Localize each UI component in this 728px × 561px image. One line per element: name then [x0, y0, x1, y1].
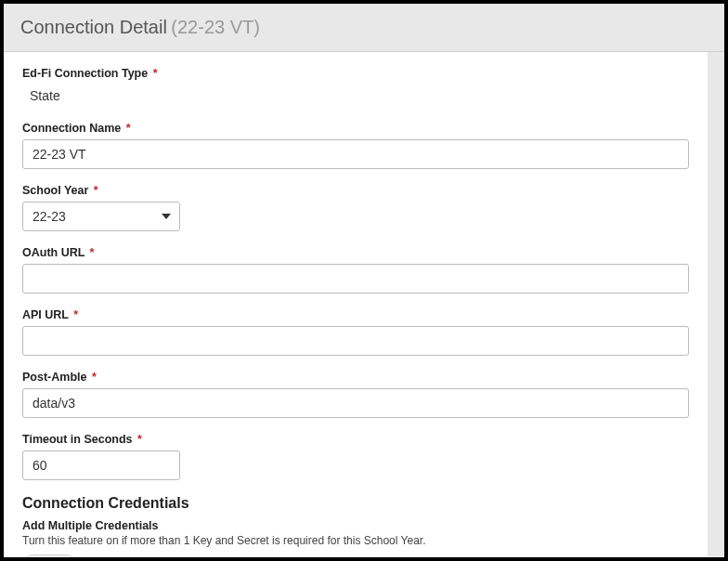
- connection-name-group: Connection Name *: [22, 122, 689, 169]
- oauth-url-input[interactable]: [22, 264, 689, 294]
- connection-type-value: State: [30, 85, 689, 107]
- api-url-label: API URL *: [22, 308, 689, 321]
- multiple-credentials-heading: Add Multiple Credentials: [22, 519, 689, 532]
- page-subtitle: (22-23 VT): [171, 17, 260, 37]
- oauth-url-label: OAuth URL *: [22, 246, 689, 259]
- connection-name-input[interactable]: [22, 139, 689, 169]
- timeout-label: Timeout in Seconds *: [22, 433, 689, 446]
- connection-type-label: Ed-Fi Connection Type *: [22, 67, 689, 80]
- page-container: Connection Detail (22-23 VT) Ed-Fi Conne…: [4, 4, 724, 557]
- post-amble-group: Post-Amble *: [22, 371, 689, 418]
- school-year-select-wrapper: 22-23: [22, 202, 180, 231]
- multiple-credentials-toggle[interactable]: OFF: [22, 554, 78, 557]
- timeout-group: Timeout in Seconds *: [22, 433, 689, 480]
- post-amble-input[interactable]: [22, 388, 689, 418]
- connection-name-label: Connection Name *: [22, 122, 689, 135]
- credentials-heading: Connection Credentials: [22, 495, 689, 512]
- oauth-url-group: OAuth URL *: [22, 246, 689, 294]
- page-header: Connection Detail (22-23 VT): [4, 4, 724, 52]
- school-year-select[interactable]: 22-23: [22, 202, 180, 231]
- connection-type-group: Ed-Fi Connection Type * State: [22, 67, 689, 107]
- school-year-label: School Year *: [22, 184, 689, 197]
- api-url-group: API URL *: [22, 308, 689, 356]
- form-area: Ed-Fi Connection Type * State Connection…: [4, 52, 708, 557]
- timeout-input[interactable]: [22, 450, 180, 480]
- post-amble-label: Post-Amble *: [22, 371, 689, 384]
- api-url-input[interactable]: [22, 326, 689, 356]
- multiple-credentials-help: Turn this feature on if more than 1 Key …: [22, 534, 689, 547]
- scroll-gutter: [708, 52, 724, 557]
- school-year-group: School Year * 22-23: [22, 184, 689, 231]
- page-title: Connection Detail: [20, 17, 167, 37]
